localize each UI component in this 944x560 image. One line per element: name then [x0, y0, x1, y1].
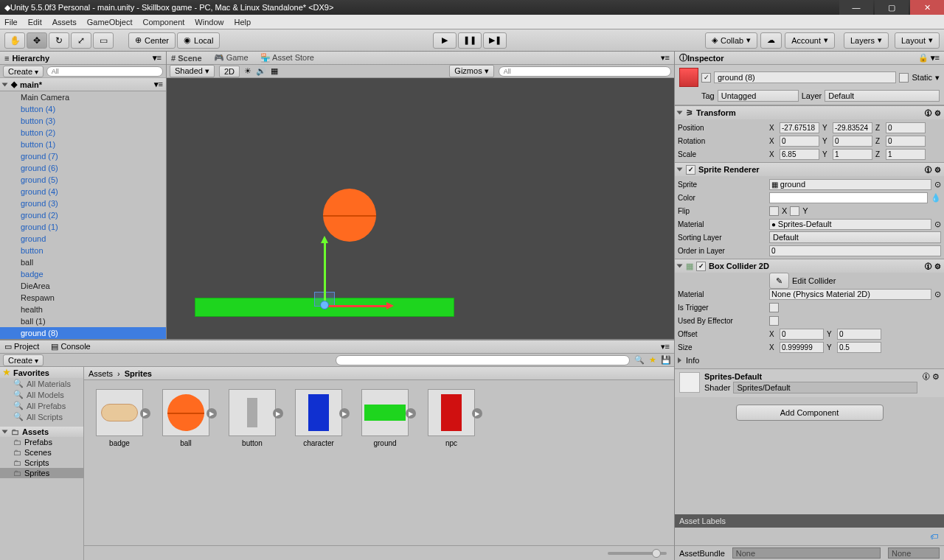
step-button[interactable]: ▶❚ [483, 32, 507, 49]
tab-console[interactable]: ▤ Console [51, 342, 90, 351]
fav-prefabs[interactable]: 🔍All Prefabs [0, 400, 83, 411]
offset-x[interactable] [780, 329, 824, 340]
hierarchy-item[interactable]: button (1) [0, 139, 166, 150]
play-icon[interactable]: ▶ [339, 408, 350, 419]
layers-dropdown[interactable]: Layers ▾ [844, 32, 889, 49]
project-search[interactable] [336, 355, 630, 365]
color-field[interactable] [769, 192, 928, 203]
pos-z[interactable] [886, 122, 926, 133]
hierarchy-item[interactable]: Respawn [0, 292, 166, 304]
menu-file[interactable]: File [4, 18, 18, 27]
menu-window[interactable]: Window [195, 18, 223, 27]
audio-icon[interactable]: 🔊 [256, 66, 266, 76]
pivot-local[interactable]: ◉ Local [177, 32, 220, 49]
rect-tool[interactable]: ▭ [93, 32, 114, 49]
phys-material[interactable]: None (Physics Material 2D) [769, 289, 931, 300]
move-tool[interactable]: ✥ [27, 32, 47, 49]
pivot-center[interactable]: ⊕ Center [128, 32, 176, 49]
add-component-button[interactable]: Add Component [736, 405, 884, 421]
gizmo-x-axis[interactable] [324, 305, 388, 307]
fav-materials[interactable]: 🔍All Materials [0, 378, 83, 389]
flip-y[interactable] [790, 206, 799, 216]
play-button[interactable]: ▶ [433, 32, 457, 49]
fx-icon[interactable]: ▦ [271, 66, 278, 76]
folder-sprites[interactable]: 🗀Sprites [0, 468, 83, 478]
hierarchy-item[interactable]: ground (2) [0, 209, 166, 221]
hierarchy-item[interactable]: Main Camera [0, 91, 166, 103]
fav-models[interactable]: 🔍All Models [0, 389, 83, 400]
lighting-icon[interactable]: ☀ [244, 66, 251, 76]
pos-x[interactable] [780, 122, 819, 133]
tab-asset-store[interactable]: 🏪 Asset Store [260, 53, 314, 63]
folder-scripts[interactable]: 🗀Scripts [0, 458, 83, 468]
scene-search[interactable] [499, 66, 671, 77]
hierarchy-item[interactable]: ground [0, 233, 166, 245]
object-active-checkbox[interactable]: ✓ [701, 73, 711, 83]
hierarchy-item[interactable]: ball [0, 256, 166, 268]
assets-grid[interactable]: ▶badge▶ball▶button▶character▶ground▶npc [84, 380, 674, 545]
static-checkbox[interactable] [899, 73, 909, 83]
rot-y[interactable] [833, 136, 872, 147]
hierarchy-item[interactable]: ground (5) [0, 174, 166, 186]
asset-item[interactable]: ▶button [226, 389, 279, 447]
rot-x[interactable] [780, 136, 819, 147]
asset-item[interactable]: ▶npc [425, 389, 478, 447]
hierarchy-item[interactable]: ground (7) [0, 150, 166, 162]
scale-tool[interactable]: ⤢ [71, 32, 91, 49]
hierarchy-item[interactable]: button (2) [0, 127, 166, 139]
folder-prefabs[interactable]: 🗀Prefabs [0, 437, 83, 447]
hierarchy-item[interactable]: button [0, 245, 166, 256]
menu-component[interactable]: Component [142, 18, 184, 27]
project-create[interactable]: Create ▾ [3, 354, 44, 366]
scale-z[interactable] [886, 149, 926, 160]
hierarchy-item[interactable]: ground (3) [0, 197, 166, 209]
menu-edit[interactable]: Edit [28, 18, 42, 27]
pos-y[interactable] [833, 122, 872, 133]
shading-mode[interactable]: Shaded ▾ [170, 65, 215, 77]
edit-collider-button[interactable]: ✎ [769, 273, 789, 289]
gizmos-dropdown[interactable]: Gizmos ▾ [449, 65, 493, 77]
used-by-effector[interactable] [769, 316, 779, 326]
tab-project[interactable]: ▭ Project [4, 342, 39, 351]
hierarchy-item[interactable]: ball (1) [0, 315, 166, 327]
mode-2d[interactable]: 2D [219, 66, 240, 77]
hierarchy-item[interactable]: health [0, 304, 166, 315]
flip-x[interactable] [769, 206, 779, 216]
layout-dropdown[interactable]: Layout ▾ [895, 32, 940, 49]
play-icon[interactable]: ▶ [472, 408, 482, 419]
menu-assets[interactable]: Assets [52, 18, 77, 27]
rot-z[interactable] [886, 136, 926, 147]
is-trigger[interactable] [769, 303, 779, 312]
search-filter-icon[interactable]: 🔍 [634, 355, 645, 365]
play-icon[interactable]: ▶ [206, 408, 217, 419]
collab-dropdown[interactable]: ◈ Collab ▾ [705, 32, 757, 49]
project-tree[interactable]: ★Favorites 🔍All Materials 🔍All Models 🔍A… [0, 367, 84, 560]
play-icon[interactable]: ▶ [140, 408, 150, 419]
hand-tool[interactable]: ✋ [4, 32, 25, 49]
scale-x[interactable] [780, 149, 819, 160]
hierarchy-search[interactable] [46, 66, 163, 77]
offset-y[interactable] [837, 329, 881, 340]
layer-dropdown[interactable]: Default [825, 90, 940, 102]
tab-scene[interactable]: # Scene [171, 54, 202, 63]
maximize-button[interactable]: ▢ [875, 0, 909, 15]
gizmo-y-axis[interactable] [324, 242, 326, 305]
object-name-field[interactable] [714, 71, 896, 83]
size-x[interactable] [780, 342, 824, 353]
asset-item[interactable]: ▶character [292, 389, 345, 447]
sprite-ball[interactable] [323, 189, 376, 242]
sorting-layer[interactable]: Default [769, 231, 941, 243]
shader-dropdown[interactable]: Sprites/Default [733, 382, 917, 393]
thumbnail-size-slider[interactable] [608, 552, 667, 555]
gizmo-center[interactable] [320, 301, 329, 309]
sprite-field[interactable]: ▦ ground [769, 179, 931, 190]
tab-game[interactable]: 🎮 Game [214, 53, 249, 63]
pause-button[interactable]: ❚❚ [458, 32, 482, 49]
tag-dropdown[interactable]: Untagged [718, 90, 799, 102]
hierarchy-item[interactable]: ground (1) [0, 221, 166, 233]
order-field[interactable] [769, 245, 941, 256]
rotate-tool[interactable]: ↻ [49, 32, 69, 49]
minimize-button[interactable]: — [839, 0, 873, 15]
play-icon[interactable]: ▶ [406, 408, 416, 419]
hierarchy-create[interactable]: Create ▾ [3, 66, 44, 77]
